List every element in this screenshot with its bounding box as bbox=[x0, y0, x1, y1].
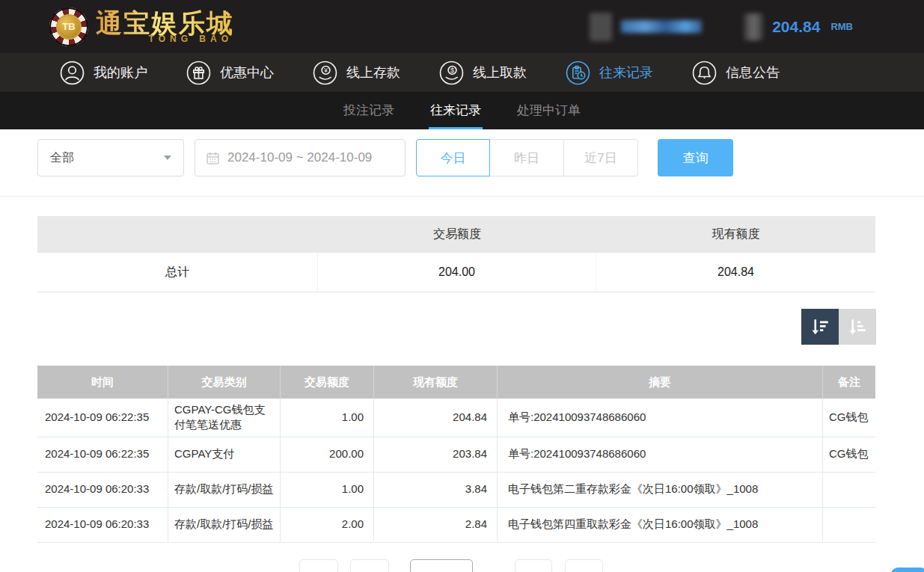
cell-summary: 电子钱包第二重存款彩金《次日16:00领取》_1008 bbox=[498, 473, 823, 507]
pagination-page-input[interactable] bbox=[410, 559, 473, 572]
tab-transaction-records[interactable]: 往来记录 bbox=[429, 93, 483, 129]
main-nav: 我的账户 优惠中心 ¥ 线上存款 bbox=[0, 53, 924, 93]
nav-item-transaction-records[interactable]: 往来记录 bbox=[566, 61, 653, 85]
cell-type: 存款/取款/打码/损益 bbox=[168, 473, 281, 507]
filter-bar: 全部 2024-10-09 ~ 2024-10-09 今日 昨日 近7日 查询 bbox=[37, 139, 924, 176]
balance-amount: 204.84 bbox=[772, 18, 820, 36]
col-time: 时间 bbox=[37, 366, 168, 399]
user-group bbox=[590, 13, 702, 41]
table-row: 2024-10-09 06:20:33 存款/取款/打码/损益 2.00 2.8… bbox=[37, 508, 875, 543]
cell-summary: 单号:202410093748686060 bbox=[498, 437, 823, 472]
date-range-picker[interactable]: 2024-10-09 ~ 2024-10-09 bbox=[195, 139, 406, 176]
tab-betting-records[interactable]: 投注记录 bbox=[342, 93, 396, 129]
table-row: 2024-10-09 06:22:35 CGPAY支付 200.00 203.8… bbox=[37, 437, 875, 473]
summary-col-empty bbox=[37, 216, 318, 253]
cell-note bbox=[823, 473, 875, 507]
cell-amount: 1.00 bbox=[281, 473, 374, 507]
summary-col-current: 现有额度 bbox=[596, 216, 875, 253]
nav-item-my-account[interactable]: 我的账户 bbox=[60, 61, 147, 85]
sort-controls bbox=[0, 309, 876, 345]
bell-icon bbox=[692, 61, 717, 85]
records-icon bbox=[566, 61, 590, 85]
sort-ascending-button[interactable] bbox=[839, 309, 876, 345]
record-subtabs: 投注记录 往来记录 处理中订单 bbox=[0, 93, 924, 129]
cell-summary: 单号:202410093748686060 bbox=[498, 399, 823, 437]
type-select[interactable]: 全部 bbox=[37, 139, 184, 176]
nav-item-promotions[interactable]: 优惠中心 bbox=[186, 61, 274, 85]
nav-item-deposit[interactable]: ¥ 线上存款 bbox=[313, 61, 400, 85]
svg-text:¥: ¥ bbox=[323, 67, 328, 73]
pagination-last-button[interactable] bbox=[565, 559, 603, 572]
quick-range-yesterday[interactable]: 昨日 bbox=[490, 139, 564, 176]
withdraw-icon: $ bbox=[439, 61, 464, 85]
summary-total-label: 总计 bbox=[37, 253, 318, 292]
back-to-top-button[interactable] bbox=[891, 568, 924, 572]
top-header: TB 通宝娱乐城 TONG BAO 204.84 RMB bbox=[0, 0, 924, 53]
sort-descending-button[interactable] bbox=[801, 309, 839, 345]
cell-type: CGPAY-CG钱包支付笔笔送优惠 bbox=[168, 399, 281, 437]
col-summary: 摘要 bbox=[498, 366, 823, 399]
section-divider bbox=[0, 196, 924, 197]
cell-time: 2024-10-09 06:22:35 bbox=[37, 399, 168, 437]
pagination-first-button[interactable] bbox=[299, 559, 338, 572]
cell-note bbox=[823, 508, 875, 542]
wallet-icon bbox=[744, 13, 763, 40]
cell-time: 2024-10-09 06:20:33 bbox=[37, 508, 168, 542]
username-redacted bbox=[621, 20, 702, 33]
cell-note: CG钱包 bbox=[823, 437, 875, 472]
svg-text:$: $ bbox=[450, 67, 454, 74]
cell-balance: 203.84 bbox=[374, 437, 498, 472]
table-row: 2024-10-09 06:20:33 存款/取款/打码/损益 1.00 3.8… bbox=[37, 473, 875, 508]
nav-item-announcements[interactable]: 信息公告 bbox=[692, 61, 780, 85]
cell-balance: 3.84 bbox=[374, 473, 498, 507]
logo-text: 通宝娱乐城 TONG BAO bbox=[96, 10, 234, 44]
balance-currency: RMB bbox=[830, 21, 853, 32]
cell-amount: 2.00 bbox=[281, 508, 374, 542]
deposit-icon: ¥ bbox=[313, 61, 337, 85]
col-type: 交易类别 bbox=[168, 366, 281, 399]
cell-time: 2024-10-09 06:20:33 bbox=[37, 473, 168, 507]
tab-processing-orders[interactable]: 处理中订单 bbox=[515, 93, 582, 129]
user-avatar-icon bbox=[590, 13, 612, 41]
records-table: 时间 交易类别 交易额度 现有额度 摘要 备注 2024-10-09 06:22… bbox=[37, 366, 875, 543]
col-balance: 现有额度 bbox=[374, 366, 498, 399]
type-select-value: 全部 bbox=[50, 150, 74, 166]
user-icon bbox=[60, 61, 85, 85]
gift-icon bbox=[186, 61, 211, 85]
casino-chip-icon: TB bbox=[49, 7, 88, 46]
cell-amount: 200.00 bbox=[281, 437, 374, 472]
pagination-prev-button[interactable] bbox=[350, 559, 389, 572]
cell-note: CG钱包 bbox=[823, 399, 875, 437]
summary-current-amount: 204.84 bbox=[596, 253, 875, 292]
date-range-value: 2024-10-09 ~ 2024-10-09 bbox=[227, 150, 372, 165]
quick-range-today[interactable]: 今日 bbox=[416, 139, 490, 176]
account-area: 204.84 RMB bbox=[590, 13, 853, 41]
cell-balance: 2.84 bbox=[374, 508, 498, 542]
chevron-down-icon bbox=[164, 156, 171, 160]
pagination-next-button[interactable] bbox=[515, 559, 552, 572]
quick-range-7days[interactable]: 近7日 bbox=[564, 139, 638, 176]
cell-amount: 1.00 bbox=[281, 399, 374, 437]
summary-transaction-amount: 204.00 bbox=[318, 253, 596, 292]
table-header-row: 时间 交易类别 交易额度 现有额度 摘要 备注 bbox=[37, 366, 875, 399]
logo-subtitle: TONG BAO bbox=[96, 34, 234, 44]
summary-col-transaction: 交易额度 bbox=[318, 216, 596, 253]
table-row: 2024-10-09 06:22:35 CGPAY-CG钱包支付笔笔送优惠 1.… bbox=[37, 399, 875, 437]
cell-type: 存款/取款/打码/损益 bbox=[168, 508, 281, 542]
summary-table: 交易额度 现有额度 总计 204.00 204.84 bbox=[37, 216, 875, 292]
quick-range-group: 今日 昨日 近7日 bbox=[416, 139, 638, 176]
summary-header-row: 交易额度 现有额度 bbox=[37, 216, 875, 253]
cell-balance: 204.84 bbox=[374, 399, 498, 437]
calendar-icon bbox=[206, 151, 220, 165]
col-note: 备注 bbox=[823, 366, 875, 399]
search-button[interactable]: 查询 bbox=[658, 139, 733, 176]
chip-monogram: TB bbox=[56, 14, 82, 40]
nav-item-withdraw[interactable]: $ 线上取款 bbox=[439, 61, 527, 85]
logo-title: 通宝娱乐城 bbox=[96, 10, 234, 36]
cell-time: 2024-10-09 06:22:35 bbox=[37, 437, 168, 472]
cell-summary: 电子钱包第四重取款彩金《次日16:00领取》_1008 bbox=[498, 508, 823, 542]
site-logo[interactable]: TB 通宝娱乐城 TONG BAO bbox=[49, 7, 234, 46]
summary-total-row: 总计 204.00 204.84 bbox=[37, 253, 875, 292]
cell-type: CGPAY支付 bbox=[168, 437, 281, 472]
balance-group: 204.84 RMB bbox=[712, 13, 853, 40]
